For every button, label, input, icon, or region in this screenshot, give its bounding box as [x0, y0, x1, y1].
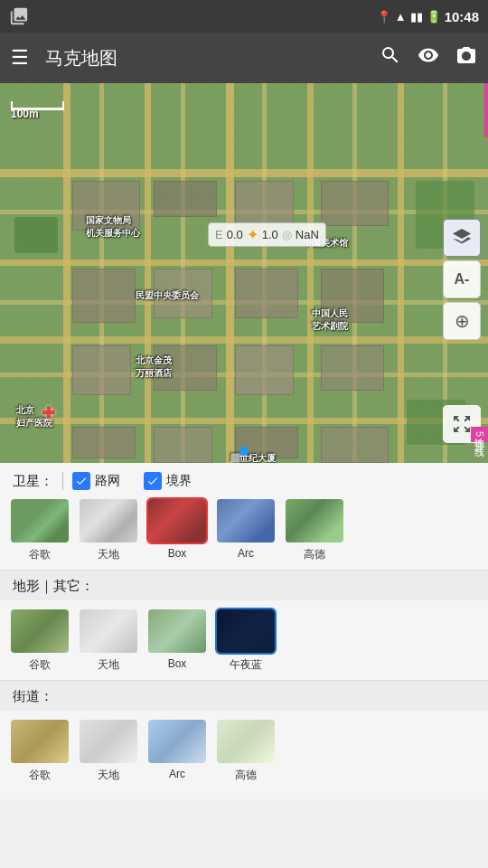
gallery-icon — [9, 6, 29, 26]
eye-button[interactable] — [418, 44, 439, 71]
app-title: 马克地图 — [45, 46, 371, 71]
satellite-thumb-row: 谷歌 天地 Box Arc 高德 — [0, 497, 488, 570]
measure-icon-star: ✦ — [247, 226, 258, 243]
sat-thumb-gaode[interactable]: 高德 — [284, 497, 345, 562]
str-thumb-img-tiandi — [78, 718, 139, 765]
label-yishu: 中国人民艺术剧院 — [312, 307, 348, 333]
terrain-thumb-row: 谷歌 天地 Box 午夜蓝 — [0, 600, 488, 680]
ter-label-night: 午夜蓝 — [230, 657, 262, 673]
street-thumb-row: 谷歌 天地 Arc 高德 — [0, 711, 488, 790]
measure-icon-circle: ◎ — [282, 228, 292, 241]
road-checkbox[interactable] — [72, 472, 90, 490]
location-icon: 📍 — [377, 10, 391, 24]
metro-label: 地铁5号线 — [471, 427, 488, 442]
status-bar: 📍 ▲ ▮▮ 🔋 10:48 — [0, 0, 488, 33]
ter-thumb-img-box — [146, 608, 208, 655]
search-button[interactable] — [380, 44, 401, 71]
sat-label-arc: Arc — [238, 547, 254, 560]
status-right: 📍 ▲ ▮▮ 🔋 10:48 — [377, 9, 479, 24]
hospital-cross-icon: ✚ — [42, 403, 55, 423]
menu-button[interactable]: ☰ — [11, 46, 29, 70]
ter-thumb-img-night — [215, 608, 277, 655]
road-label: 路网 — [95, 473, 120, 489]
label-shiji: ▦世纪大厦 — [230, 452, 276, 463]
status-time: 10:48 — [445, 9, 479, 24]
street-label: 街道： — [13, 688, 53, 703]
ter-thumb-google[interactable]: 谷歌 — [9, 608, 70, 673]
sat-label-tiandi: 天地 — [98, 547, 119, 562]
app-bar-actions — [380, 44, 477, 71]
font-size-button[interactable]: A- — [443, 260, 481, 298]
wifi-icon: ▲ — [395, 10, 407, 24]
measure-val1: 0.0 — [227, 228, 243, 241]
border-label: 境界 — [166, 473, 192, 489]
sat-thumb-tiandi[interactable]: 天地 — [78, 497, 139, 562]
str-label-gaode: 高德 — [235, 768, 257, 783]
screenshot-button[interactable] — [455, 44, 477, 71]
map-toolbar: A- ⊕ — [443, 219, 481, 340]
str-thumb-tiandi[interactable]: 天地 — [78, 718, 139, 783]
progress-dot — [239, 447, 249, 456]
road-network-toggle[interactable]: 路网 — [72, 472, 120, 490]
app-bar: ☰ 马克地图 — [0, 33, 488, 83]
ter-thumb-img-google — [9, 608, 70, 655]
measure-icon-e: E — [215, 228, 223, 241]
ter-thumb-box[interactable]: Box — [146, 608, 208, 673]
str-thumb-gaode[interactable]: 高德 — [215, 718, 277, 783]
sat-thumb-img-box — [146, 497, 208, 544]
sat-thumb-arc[interactable]: Arc — [215, 497, 277, 562]
str-label-arc: Arc — [169, 768, 185, 780]
sat-thumb-img-google — [9, 497, 70, 544]
scale-indicator: 100m — [11, 101, 64, 120]
sat-thumb-img-gaode — [284, 497, 345, 544]
target-button[interactable]: ⊕ — [443, 302, 481, 340]
crosshair-icon: ⊕ — [455, 310, 470, 332]
str-label-google: 谷歌 — [29, 768, 51, 783]
str-thumb-img-arc — [146, 718, 208, 765]
status-left — [9, 6, 29, 26]
map-overlay — [0, 83, 488, 463]
str-label-tiandi: 天地 — [98, 768, 119, 783]
font-icon: A- — [455, 271, 470, 288]
ter-thumb-img-tiandi — [78, 608, 139, 655]
str-thumb-google[interactable]: 谷歌 — [9, 718, 70, 783]
street-section-title: 街道： — [0, 680, 488, 711]
str-thumb-img-google — [9, 718, 70, 765]
measure-val2: 1.0 — [262, 228, 278, 241]
map-container[interactable]: 国家文物局机关服务中心 中国美术馆 民盟中央委员会 中国人民艺术剧院 北京金茂万… — [0, 83, 488, 463]
sat-label-google: 谷歌 — [29, 547, 51, 562]
signal-icon: ▮▮ — [410, 10, 423, 24]
ter-label-box: Box — [168, 657, 187, 670]
terrain-section-title: 地形｜其它： — [0, 570, 488, 600]
str-thumb-img-gaode — [215, 718, 277, 765]
sat-thumb-img-arc — [215, 497, 277, 544]
ter-thumb-tiandi[interactable]: 天地 — [78, 608, 139, 673]
border-toggle[interactable]: 境界 — [144, 472, 192, 490]
sat-label-box: Box — [168, 547, 187, 560]
border-checkbox[interactable] — [144, 472, 162, 490]
accent-bar — [484, 83, 488, 137]
terrain-label: 地形｜其它： — [13, 578, 94, 593]
header-divider — [62, 472, 63, 490]
measure-nan: NaN — [296, 228, 319, 241]
battery-icon: 🔋 — [427, 10, 441, 24]
label-wanli: 北京金茂万丽酒店 — [136, 354, 172, 380]
layers-button[interactable] — [443, 219, 481, 257]
ter-label-tiandi: 天地 — [98, 657, 119, 673]
ter-thumb-night[interactable]: 午夜蓝 — [215, 608, 277, 673]
satellite-header: 卫星： 路网 境界 — [0, 463, 488, 497]
satellite-label: 卫星： — [13, 473, 53, 490]
label-wenwuju: 国家文物局机关服务中心 — [86, 214, 140, 240]
sat-thumb-img-tiandi — [78, 497, 139, 544]
sat-label-gaode: 高德 — [304, 547, 325, 562]
str-thumb-arc[interactable]: Arc — [146, 718, 208, 783]
ter-label-google: 谷歌 — [29, 657, 51, 673]
sat-thumb-box[interactable]: Box — [146, 497, 208, 562]
label-minmeng: 民盟中央委员会 — [136, 289, 199, 302]
measure-bar[interactable]: E 0.0 ✦ 1.0 ◎ NaN — [208, 222, 326, 247]
sat-thumb-google[interactable]: 谷歌 — [9, 497, 70, 562]
bottom-panel: 卫星： 路网 境界 谷歌 天地 — [0, 463, 488, 799]
